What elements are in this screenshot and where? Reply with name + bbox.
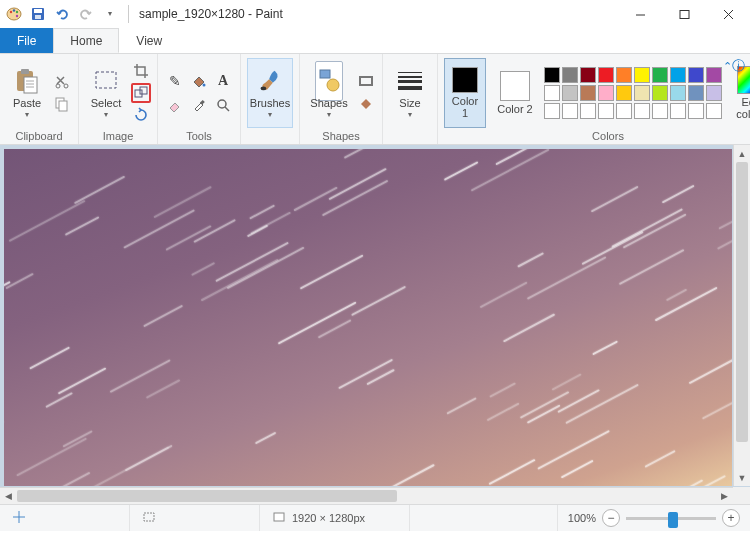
shape-outline-icon[interactable] <box>358 73 376 91</box>
tab-view[interactable]: View <box>119 28 179 53</box>
edit-colors-label: Edit colors <box>731 96 750 120</box>
palette-color[interactable] <box>562 67 578 83</box>
palette-color[interactable] <box>562 103 578 119</box>
tab-bar: File Home View ⌃ ⓘ <box>0 28 750 53</box>
palette-color[interactable] <box>652 67 668 83</box>
svg-point-27 <box>218 100 226 108</box>
palette-color[interactable] <box>580 103 596 119</box>
brush-icon <box>256 67 284 95</box>
tab-home[interactable]: Home <box>53 28 119 53</box>
svg-rect-13 <box>21 69 29 74</box>
copy-icon[interactable] <box>52 94 72 114</box>
select-button[interactable]: Select ▾ <box>85 58 127 128</box>
magnifier-tool-icon[interactable] <box>212 94 234 116</box>
color2-button[interactable]: Color 2 <box>494 58 536 128</box>
group-shapes: Shapes ▾ Shapes <box>300 54 383 144</box>
shape-fill-icon[interactable] <box>358 95 376 113</box>
palette-color[interactable] <box>544 85 560 101</box>
quick-access-toolbar: ▾ <box>0 4 124 24</box>
minimize-button[interactable] <box>618 0 662 28</box>
palette-color[interactable] <box>670 85 686 101</box>
resize-icon[interactable] <box>131 83 151 103</box>
palette-color[interactable] <box>670 103 686 119</box>
vertical-scrollbar[interactable]: ▲ ▼ <box>733 145 750 486</box>
chevron-down-icon: ▾ <box>25 111 29 119</box>
zoom-out-button[interactable]: − <box>602 509 620 527</box>
svg-point-18 <box>56 84 60 88</box>
palette-color[interactable] <box>598 85 614 101</box>
shapes-label: Shapes <box>310 97 347 109</box>
text-tool-icon[interactable]: A <box>212 70 234 92</box>
chevron-down-icon: ▾ <box>104 111 108 119</box>
rotate-icon[interactable] <box>131 105 151 125</box>
svg-point-31 <box>327 79 339 91</box>
horizontal-scrollbar[interactable]: ◀ ▶ <box>0 487 733 504</box>
palette-color[interactable] <box>616 67 632 83</box>
paste-button[interactable]: Paste ▾ <box>6 58 48 128</box>
palette-color[interactable] <box>688 85 704 101</box>
palette-color[interactable] <box>580 67 596 83</box>
palette-color[interactable] <box>616 103 632 119</box>
palette-color[interactable] <box>652 85 668 101</box>
palette-color[interactable] <box>598 67 614 83</box>
size-button[interactable]: Size ▾ <box>389 58 431 128</box>
size-label: Size <box>399 97 420 109</box>
crop-icon[interactable] <box>131 61 151 81</box>
slider-knob[interactable] <box>668 512 678 528</box>
maximize-button[interactable] <box>662 0 706 28</box>
canvas[interactable] <box>4 149 732 486</box>
status-bar: 1920 × 1280px 100% − + <box>0 504 750 531</box>
shapes-icon <box>315 67 343 95</box>
palette-color[interactable] <box>688 103 704 119</box>
svg-rect-6 <box>34 9 42 13</box>
chevron-down-icon: ▾ <box>408 111 412 119</box>
palette-color[interactable] <box>580 85 596 101</box>
redo-icon[interactable] <box>76 4 96 24</box>
paste-label: Paste <box>13 97 41 109</box>
save-icon[interactable] <box>28 4 48 24</box>
zoom-in-button[interactable]: + <box>722 509 740 527</box>
svg-rect-30 <box>320 70 330 78</box>
title-bar: ▾ sample_1920×1280 - Paint <box>0 0 750 28</box>
brushes-button[interactable]: Brushes ▾ <box>247 58 293 128</box>
color1-button[interactable]: Color 1 <box>444 58 486 128</box>
collapse-ribbon-icon[interactable]: ⌃ ⓘ <box>724 56 744 76</box>
scrollbar-thumb[interactable] <box>17 490 397 502</box>
color-picker-tool-icon[interactable] <box>188 94 210 116</box>
svg-point-4 <box>16 15 18 17</box>
palette-color[interactable] <box>616 85 632 101</box>
canvas-area: ▲ ▼ ◀ ▶ <box>0 145 750 504</box>
svg-rect-14 <box>24 77 37 93</box>
fill-tool-icon[interactable] <box>188 70 210 92</box>
palette-color[interactable] <box>544 103 560 119</box>
group-label-clipboard: Clipboard <box>15 130 62 144</box>
palette-color[interactable] <box>652 103 668 119</box>
qat-dropdown-icon[interactable]: ▾ <box>100 4 120 24</box>
palette-color[interactable] <box>634 67 650 83</box>
pencil-tool-icon[interactable]: ✎ <box>164 70 186 92</box>
zoom-slider[interactable] <box>626 517 716 520</box>
tab-file[interactable]: File <box>0 28 53 53</box>
group-image: Select ▾ Image <box>79 54 158 144</box>
palette-color[interactable] <box>706 85 722 101</box>
palette-color[interactable] <box>706 67 722 83</box>
undo-icon[interactable] <box>52 4 72 24</box>
palette-color[interactable] <box>634 103 650 119</box>
palette-color[interactable] <box>688 67 704 83</box>
palette-color[interactable] <box>598 103 614 119</box>
scroll-down-icon[interactable]: ▼ <box>734 469 750 486</box>
shapes-button[interactable]: Shapes ▾ <box>306 58 352 128</box>
cut-icon[interactable] <box>52 72 72 92</box>
scrollbar-thumb[interactable] <box>736 162 748 442</box>
palette-color[interactable] <box>544 67 560 83</box>
eraser-tool-icon[interactable] <box>164 94 186 116</box>
scroll-right-icon[interactable]: ▶ <box>716 488 733 504</box>
palette-color[interactable] <box>634 85 650 101</box>
scroll-left-icon[interactable]: ◀ <box>0 488 17 504</box>
select-icon <box>92 67 120 95</box>
palette-color[interactable] <box>706 103 722 119</box>
palette-color[interactable] <box>670 67 686 83</box>
close-button[interactable] <box>706 0 750 28</box>
palette-color[interactable] <box>562 85 578 101</box>
scroll-up-icon[interactable]: ▲ <box>734 145 750 162</box>
